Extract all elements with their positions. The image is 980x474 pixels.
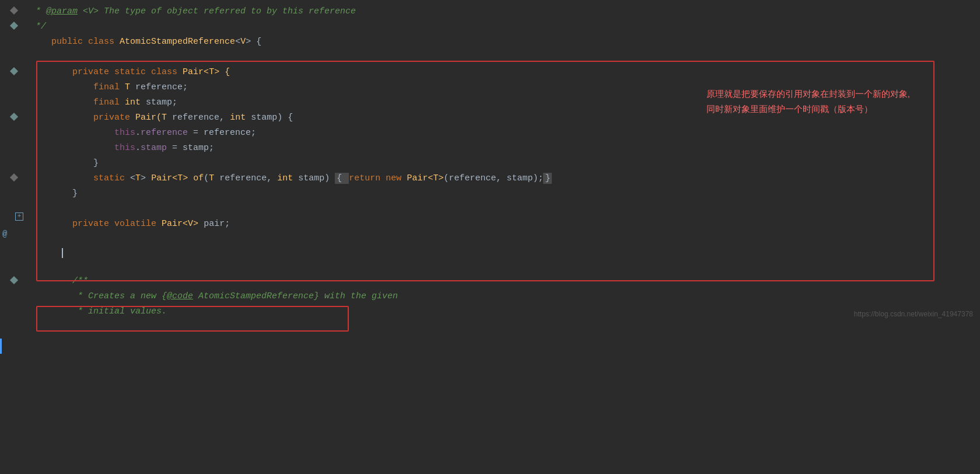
fold-icon-17 [10, 276, 18, 284]
gutter-8 [0, 114, 28, 120]
code-line-1: * @param <V> The type of object referred… [0, 5, 980, 20]
gutter-2 [0, 23, 28, 29]
fold-icon-12 [10, 173, 18, 182]
line-content-7: final int stamp; [28, 96, 980, 110]
code-line-7: final int stamp; [0, 96, 980, 111]
code-line-13: } [0, 187, 980, 202]
line-content-19: * initial values. [28, 305, 980, 319]
line-content-6: final T reference; [28, 81, 980, 95]
line-content-1: * @param <V> The type of object referred… [28, 5, 980, 19]
code-line-19: * initial values. [0, 305, 980, 320]
fold-icon-1 [10, 6, 18, 15]
line-content-18: * Creates a new {@code AtomicStampedRefe… [28, 290, 980, 304]
line-content-13: } [28, 187, 980, 201]
code-line-10: this.stamp = stamp; [0, 141, 980, 156]
at-gutter-icon: @ [2, 228, 7, 241]
gutter-17 [0, 277, 28, 283]
line-content-12: static <T> Pair<T> of(T reference, int s… [28, 172, 980, 186]
code-line-4 [0, 50, 980, 65]
code-line-9: this.reference = reference; [0, 126, 980, 141]
line-content-17: /** [28, 274, 980, 288]
line-content-9: this.reference = reference; [28, 126, 980, 140]
active-line-indicator [0, 339, 2, 354]
line-content-8: private Pair(T reference, int stamp) { [28, 111, 980, 125]
fold-icon-5 [10, 67, 18, 75]
code-line-14 [0, 202, 980, 217]
fold-icon-8 [10, 113, 18, 121]
line-content-14 [28, 202, 980, 216]
code-line-12: static <T> Pair<T> of(T reference, int s… [0, 172, 980, 187]
line-content-5: private static class Pair<T> { [28, 65, 980, 79]
line-content-4 [28, 50, 980, 64]
plus-gutter-icon: + [15, 212, 23, 221]
code-line-3: public class AtomicStampedReference<V> { [0, 35, 980, 50]
fold-icon-2 [10, 22, 18, 30]
code-line-17: /** [0, 274, 980, 290]
watermark: https://blog.csdn.net/weixin_41947378 [854, 309, 973, 320]
code-line-2: */ [0, 20, 980, 35]
line-content-2: */ [28, 20, 980, 34]
gutter-1 [0, 8, 28, 13]
line-content-3: public class AtomicStampedReference<V> { [28, 35, 980, 49]
line-content-10: this.stamp = stamp; [28, 141, 980, 155]
line-content-15: private volatile Pair<V> pair; [28, 217, 980, 231]
gutter-12 [0, 175, 28, 180]
code-line-8: private Pair(T reference, int stamp) { [0, 111, 980, 126]
code-editor: 原理就是把要保存的引用对象在封装到一个新的对象, 同时新对象里面维护一个时间戳（… [0, 0, 980, 325]
code-line-5: private static class Pair<T> { [0, 65, 980, 81]
line-content-16 [28, 232, 980, 274]
code-line-6: final T reference; [0, 81, 980, 96]
line-content-11: } [28, 156, 980, 170]
code-line-11: } [0, 156, 980, 172]
code-line-15: private volatile Pair<V> pair; [0, 217, 980, 232]
gutter-5 [0, 68, 28, 74]
cursor [62, 248, 68, 258]
code-line-18: * Creates a new {@code AtomicStampedRefe… [0, 290, 980, 305]
code-line-16 [0, 232, 980, 274]
